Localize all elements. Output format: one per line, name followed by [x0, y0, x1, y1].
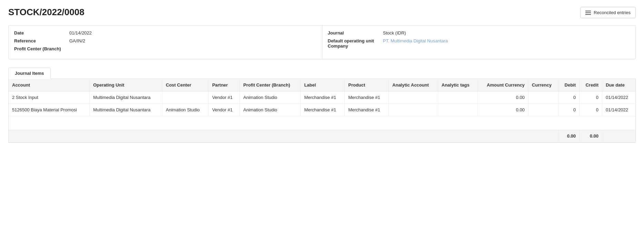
cell-currency — [528, 104, 559, 116]
default-ou-label: Default operating unit Company — [328, 38, 383, 49]
col-profit-center: Profit Center (Branch) — [240, 79, 301, 91]
col-amount-currency: Amount Currency — [477, 79, 528, 91]
meta-row-date: Date 01/14/2022 — [14, 30, 316, 36]
lines-icon — [585, 11, 591, 15]
col-cost-center: Cost Center — [162, 79, 209, 91]
meta-left: Date 01/14/2022 Reference GA/IN/2 Profit… — [9, 26, 322, 59]
cell-amount-currency: 0.00 — [477, 104, 528, 116]
cell-label: Merchandise #1 — [301, 104, 345, 116]
table-row[interactable]: 2 Stock Input Multimedia Digital Nusanta… — [9, 91, 635, 104]
reconciled-entries-button[interactable]: Reconciled entries — [580, 7, 636, 18]
cell-cost-center: Animation Studio — [162, 104, 209, 116]
cell-label: Merchandise #1 — [301, 91, 345, 104]
reference-label: Reference — [14, 38, 69, 43]
cell-account: 5126500 Biaya Material Promosi — [9, 104, 90, 116]
meta-row-reference: Reference GA/IN/2 — [14, 38, 316, 43]
meta-row-default-ou: Default operating unit Company PT. Multi… — [328, 38, 630, 49]
totals-spacer — [9, 130, 559, 142]
table-row-empty — [9, 116, 635, 130]
col-operating-unit: Operating Unit — [90, 79, 162, 91]
cell-due-date: 01/14/2022 — [602, 91, 636, 104]
total-credit: 0.00 — [580, 130, 602, 142]
cell-analytic-tags — [438, 104, 477, 116]
col-debit: Debit — [559, 79, 579, 91]
cell-analytic-tags — [438, 91, 477, 104]
cell-credit: 0 — [580, 91, 602, 104]
cell-analytic-account — [389, 91, 438, 104]
col-product: Product — [345, 79, 389, 91]
cell-cost-center — [162, 91, 209, 104]
col-currency: Currency — [528, 79, 559, 91]
reconciled-entries-label: Reconciled entries — [594, 10, 631, 15]
reference-value: GA/IN/2 — [69, 38, 85, 43]
cell-operating-unit: Multimedia Digital Nusantara — [90, 104, 162, 116]
cell-currency — [528, 91, 559, 104]
meta-section: Date 01/14/2022 Reference GA/IN/2 Profit… — [8, 25, 636, 59]
date-label: Date — [14, 30, 69, 36]
cell-debit: 0 — [559, 91, 579, 104]
col-analytic-account: Analytic Account — [389, 79, 438, 91]
cell-credit: 0 — [580, 104, 602, 116]
journal-value: Stock (IDR) — [383, 30, 406, 36]
cell-product: Merchandise #1 — [345, 104, 389, 116]
totals-row: 0.00 0.00 — [9, 130, 635, 142]
cell-debit: 0 — [559, 104, 579, 116]
meta-row-journal: Journal Stock (IDR) — [328, 30, 630, 36]
col-label: Label — [301, 79, 345, 91]
col-account: Account — [9, 79, 90, 91]
total-debit: 0.00 — [559, 130, 579, 142]
col-partner: Partner — [209, 79, 240, 91]
col-due-date: Due date — [602, 79, 636, 91]
cell-profit-center: Animation Studio — [240, 91, 301, 104]
date-value: 01/14/2022 — [69, 30, 92, 36]
cell-partner: Vendor #1 — [209, 91, 240, 104]
journal-label: Journal — [328, 30, 383, 36]
meta-row-profit-center: Profit Center (Branch) — [14, 46, 316, 51]
default-ou-value: PT. Multimedia Digital Nusantara — [383, 38, 448, 43]
cell-analytic-account — [389, 104, 438, 116]
cell-account: 2 Stock Input — [9, 91, 90, 104]
totals-due-date-spacer — [602, 130, 636, 142]
profit-center-label: Profit Center (Branch) — [14, 46, 69, 51]
table-row[interactable]: 5126500 Biaya Material Promosi Multimedi… — [9, 104, 635, 116]
cell-partner: Vendor #1 — [209, 104, 240, 116]
tab-journal-items[interactable]: Journal Items — [8, 68, 51, 79]
page-title: STOCK/2022/0008 — [8, 7, 84, 18]
col-credit: Credit — [580, 79, 602, 91]
tabs-bar: Journal Items — [8, 68, 636, 79]
cell-amount-currency: 0.00 — [477, 91, 528, 104]
cell-product: Merchandise #1 — [345, 91, 389, 104]
meta-right: Journal Stock (IDR) Default operating un… — [322, 26, 636, 59]
cell-operating-unit: Multimedia Digital Nusantara — [90, 91, 162, 104]
journal-items-table: Account Operating Unit Cost Center Partn… — [9, 79, 635, 142]
col-analytic-tags: Analytic tags — [438, 79, 477, 91]
cell-profit-center: Animation Studio — [240, 104, 301, 116]
journal-items-table-container: Account Operating Unit Cost Center Partn… — [8, 79, 636, 143]
cell-due-date: 01/14/2022 — [602, 104, 636, 116]
